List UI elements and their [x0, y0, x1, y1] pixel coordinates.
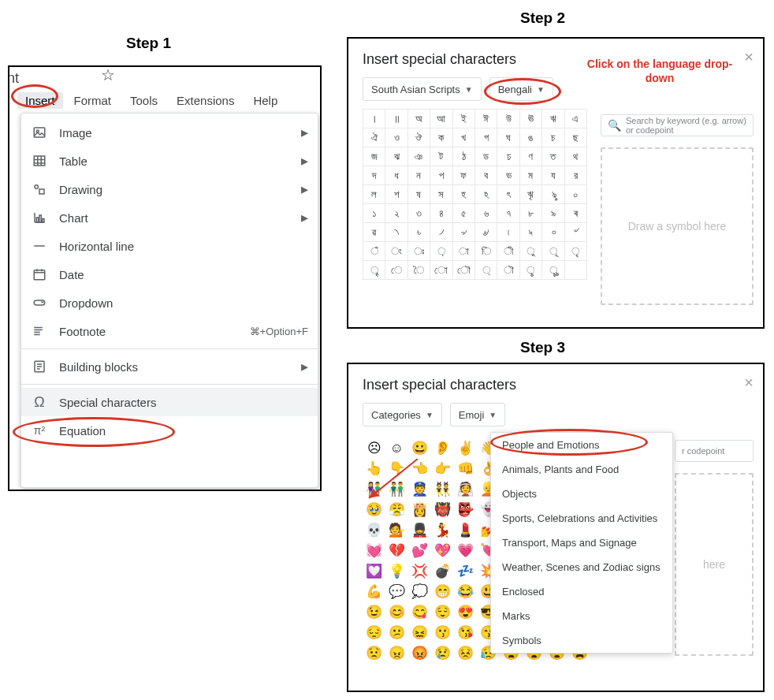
character-cell[interactable]: ৗ [497, 261, 519, 280]
star-icon[interactable]: ☆ [101, 65, 115, 84]
emoji-cell[interactable]: 👆 [363, 458, 385, 478]
emoji-cell[interactable]: 💡 [385, 560, 408, 581]
character-cell[interactable]: ু [520, 242, 542, 261]
character-cell[interactable]: ৢ [520, 261, 542, 280]
insert-table[interactable]: Table ▸ [21, 147, 318, 175]
character-cell[interactable]: ছ [565, 128, 587, 147]
emoji-cell[interactable]: 😢 [431, 642, 454, 663]
character-cell[interactable]: ৷ [497, 223, 519, 242]
character-cell[interactable]: ঝ [385, 147, 407, 166]
emoji-subcategory-option[interactable]: Symbols [491, 628, 672, 653]
emoji-cell[interactable]: 😡 [408, 642, 431, 663]
character-cell[interactable]: ই [453, 110, 475, 128]
emoji-subcategory-option[interactable]: Animals, Plants and Food [491, 457, 672, 482]
character-cell[interactable]: । [363, 110, 385, 128]
emoji-cell[interactable]: 😕 [385, 622, 408, 642]
character-cell[interactable]: ৣ [542, 261, 564, 280]
character-cell[interactable]: ৌ [453, 261, 475, 280]
character-cell[interactable]: ঋ [542, 110, 564, 128]
emoji-cell[interactable]: 💂 [408, 519, 431, 540]
character-cell[interactable]: র [565, 166, 587, 185]
character-cell[interactable]: ি [475, 242, 497, 261]
character-cell[interactable]: ষ [408, 185, 430, 204]
menu-insert[interactable]: Insert [17, 92, 63, 109]
character-cell[interactable]: ক [430, 128, 452, 147]
emoji-cell[interactable]: 😠 [385, 642, 408, 663]
close-icon[interactable]: × [744, 374, 754, 392]
emoji-cell[interactable]: 💀 [363, 519, 385, 540]
character-cell[interactable]: ॥ [385, 110, 407, 128]
character-cell[interactable]: ফ [453, 166, 475, 185]
emoji-cell[interactable]: 👮 [408, 478, 431, 499]
character-cell[interactable]: ১ [363, 204, 385, 223]
character-cell[interactable]: ঽ [475, 185, 497, 204]
character-cell[interactable]: ৮ [520, 204, 542, 223]
character-cell[interactable]: ৫ [453, 204, 475, 223]
emoji-cell[interactable]: 😊 [385, 601, 408, 622]
character-cell[interactable]: ৎ [497, 185, 519, 204]
insert-date[interactable]: Date [21, 260, 318, 289]
emoji-cell[interactable]: 😗 [431, 622, 454, 642]
emoji-cell[interactable]: ☺ [385, 438, 408, 458]
character-cell[interactable]: ব [475, 166, 497, 185]
emoji-cell[interactable]: 💖 [431, 540, 454, 560]
character-cell[interactable]: ৴ [430, 223, 452, 242]
character-cell[interactable]: ৲ [385, 223, 407, 242]
emoji-dropdown[interactable]: Emoji ▼ [450, 403, 505, 426]
emoji-cell[interactable]: 😌 [431, 601, 454, 622]
character-cell[interactable]: ঐ [363, 128, 385, 147]
emoji-cell[interactable]: 👈 [408, 458, 431, 478]
insert-special-characters[interactable]: Ω Special characters [21, 388, 318, 416]
character-cell[interactable]: শ [385, 185, 407, 204]
emoji-cell[interactable]: 💢 [408, 560, 431, 581]
character-cell[interactable]: খ [453, 128, 475, 147]
emoji-cell[interactable]: 😔 [363, 622, 385, 642]
emoji-subcategory-option[interactable]: Transport, Maps and Signage [491, 531, 672, 555]
character-cell[interactable]: ৯ [542, 204, 564, 223]
character-cell[interactable]: ৈ [408, 261, 430, 280]
character-cell[interactable]: প [430, 166, 452, 185]
character-cell[interactable]: ঁ [363, 242, 385, 261]
emoji-cell[interactable]: 👉 [431, 458, 454, 478]
character-cell[interactable]: ট [430, 147, 452, 166]
emoji-cell[interactable]: 😋 [408, 601, 431, 622]
character-cell[interactable]: ধ [385, 166, 407, 185]
character-cell[interactable]: অ [408, 110, 430, 128]
emoji-cell[interactable]: 💕 [408, 540, 431, 560]
emoji-cell[interactable]: 😀 [408, 438, 431, 458]
categories-dropdown[interactable]: Categories ▼ [363, 403, 442, 426]
draw-symbol-area[interactable]: here [675, 473, 754, 656]
emoji-subcategory-option[interactable]: Marks [491, 604, 672, 628]
emoji-cell[interactable]: 💁 [385, 519, 408, 540]
character-cell[interactable]: ভ [497, 166, 519, 185]
emoji-cell[interactable]: 👫 [363, 478, 385, 499]
emoji-cell[interactable]: 💭 [408, 581, 431, 601]
emoji-cell[interactable]: 👺 [454, 499, 477, 519]
character-cell[interactable]: ঃ [408, 242, 430, 261]
emoji-cell[interactable]: 💣 [431, 560, 454, 581]
emoji-cell[interactable]: 💄 [454, 519, 477, 540]
emoji-cell[interactable]: 😘 [454, 622, 477, 642]
character-cell[interactable]: ঞ [408, 147, 430, 166]
character-cell[interactable]: স [430, 185, 452, 204]
emoji-cell[interactable]: 💤 [454, 560, 477, 581]
character-cell[interactable]: ৪ [430, 204, 452, 223]
emoji-cell[interactable]: 💔 [385, 540, 408, 560]
emoji-cell[interactable]: 😖 [408, 622, 431, 642]
character-cell[interactable]: ৃ [565, 242, 587, 261]
emoji-cell[interactable]: ☹ [363, 438, 385, 458]
emoji-subcategory-option[interactable]: Objects [491, 482, 672, 506]
character-cell[interactable]: আ [430, 110, 452, 128]
character-cell[interactable]: ৺ [565, 223, 587, 242]
character-cell[interactable]: জ [363, 147, 385, 166]
search-input[interactable]: 🔍 Search by keyword (e.g. arrow) or code… [601, 114, 754, 136]
character-cell[interactable]: ৬ [475, 204, 497, 223]
character-cell[interactable]: গ [475, 128, 497, 147]
emoji-cell[interactable]: 😍 [454, 601, 477, 622]
character-cell[interactable]: ী [497, 242, 519, 261]
character-cell[interactable]: ম [520, 166, 542, 185]
character-cell[interactable]: ো [430, 261, 452, 280]
close-icon[interactable]: × [744, 48, 754, 66]
character-cell[interactable]: ৡ [542, 185, 564, 204]
emoji-cell[interactable]: 💬 [385, 581, 408, 601]
